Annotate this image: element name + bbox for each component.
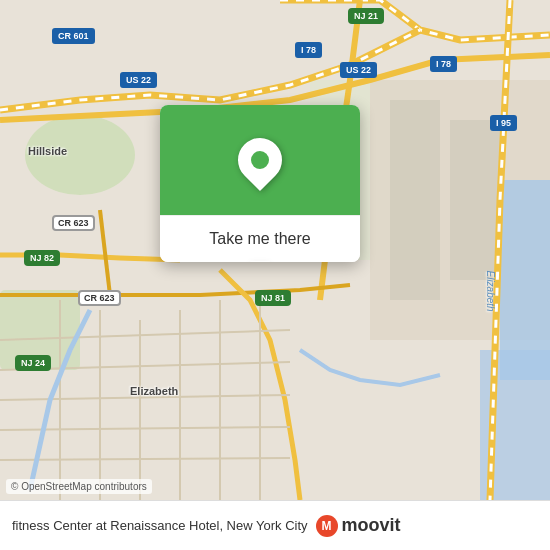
popup-map-thumb: [160, 105, 360, 215]
water-label-elizabeth: Elizabeth: [485, 271, 496, 312]
popup-card: Take me there: [160, 105, 360, 262]
road-badge-cr623a: CR 623: [52, 215, 95, 231]
take-me-there-button[interactable]: Take me there: [160, 215, 360, 262]
road-badge-us22b: US 22: [340, 62, 377, 78]
road-badge-nj24: NJ 24: [15, 355, 51, 371]
road-badge-i95: I 95: [490, 115, 517, 131]
popup-tail: [250, 261, 270, 262]
location-pin-inner: [251, 151, 269, 169]
road-badge-cr623b: CR 623: [78, 290, 121, 306]
moovit-icon: M: [316, 515, 338, 537]
bottom-bar: fitness Center at Renaissance Hotel, New…: [0, 500, 550, 550]
osm-credit: © OpenStreetMap contributors: [6, 479, 152, 494]
place-name: fitness Center at Renaissance Hotel, New…: [12, 518, 308, 533]
moovit-icon-letter: M: [322, 519, 332, 533]
road-badge-nj21: NJ 21: [348, 8, 384, 24]
svg-rect-5: [390, 100, 440, 300]
place-label-elizabeth: Elizabeth: [130, 385, 178, 397]
place-label-hillside: Hillside: [28, 145, 67, 157]
road-badge-us22a: US 22: [120, 72, 157, 88]
road-badge-cr601: CR 601: [52, 28, 95, 44]
moovit-logo-text: moovit: [342, 515, 401, 536]
road-badge-nj82: NJ 82: [24, 250, 60, 266]
road-badge-i78a: I 78: [295, 42, 322, 58]
moovit-logo: M moovit: [316, 515, 401, 537]
road-badge-nj81: NJ 81: [255, 290, 291, 306]
svg-rect-6: [450, 120, 500, 280]
road-badge-i78b: I 78: [430, 56, 457, 72]
map-container: CR 601 NJ 21 I 78 I 78 US 22 US 22 I 95 …: [0, 0, 550, 500]
location-pin: [229, 129, 291, 191]
